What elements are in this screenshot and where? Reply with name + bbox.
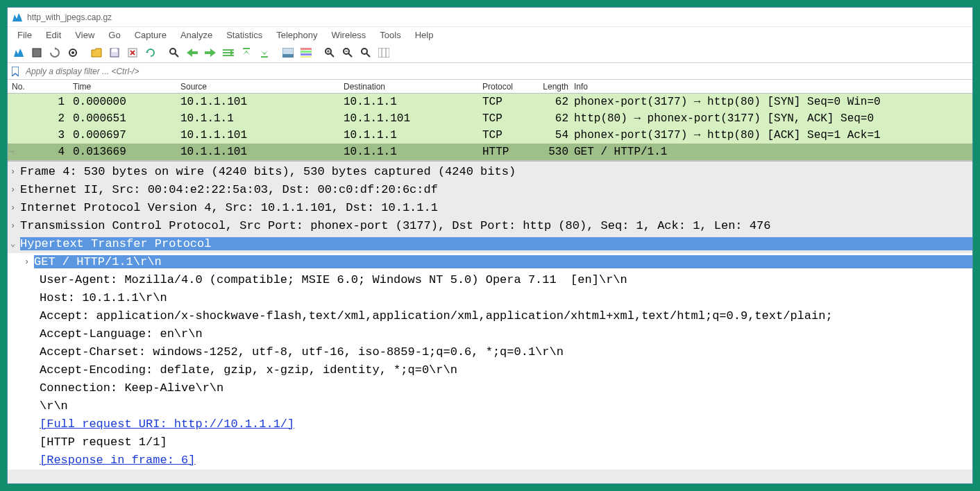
packet-details-pane: ›Frame 4: 530 bytes on wire (4240 bits),… (8, 162, 972, 483)
related-packet-marker-icon (9, 94, 24, 110)
detail-ip[interactable]: ›Internet Protocol Version 4, Src: 10.1.… (8, 199, 972, 217)
chevron-down-icon[interactable]: ⌄ (10, 235, 20, 253)
detail-http-full-uri[interactable]: [Full request URI: http://10.1.1.1/] (8, 415, 972, 433)
menu-capture[interactable]: Capture (129, 28, 172, 42)
capture-options-icon[interactable] (65, 44, 81, 61)
titlebar: http_with_jpegs.cap.gz (8, 8, 972, 27)
svg-rect-4 (112, 49, 117, 52)
menu-help[interactable]: Help (409, 28, 439, 42)
detail-http-accept-language[interactable]: Accept-Language: en\r\n (8, 325, 972, 343)
detail-http-response-frame[interactable]: [Response in frame: 6] (8, 451, 972, 470)
col-header-time[interactable]: Time (70, 82, 178, 92)
chevron-right-icon[interactable]: › (10, 181, 20, 199)
detail-http-accept[interactable]: Accept: application/x-shockwave-flash,te… (8, 307, 972, 325)
cell-destination: 10.1.1.1 (341, 146, 480, 158)
cell-source: 10.1.1.101 (178, 96, 341, 108)
menu-file[interactable]: File (12, 28, 37, 42)
cell-source: 10.1.1.101 (178, 146, 341, 158)
detail-tcp[interactable]: ›Transmission Control Protocol, Src Port… (8, 217, 972, 235)
menu-statistics[interactable]: Statistics (221, 28, 268, 42)
svg-rect-0 (33, 49, 41, 57)
zoom-reset-icon[interactable] (357, 44, 374, 61)
restart-capture-icon[interactable] (47, 44, 63, 61)
detail-ethernet[interactable]: ›Ethernet II, Src: 00:04:e2:22:5a:03, Ds… (8, 181, 972, 199)
related-packet-marker-icon (9, 110, 24, 127)
cell-length: 54 (535, 129, 571, 141)
zoom-in-icon[interactable] (321, 44, 338, 61)
svg-line-7 (175, 53, 178, 57)
save-file-icon[interactable] (106, 44, 123, 61)
detail-http-ua[interactable]: User-Agent: Mozilla/4.0 (compatible; MSI… (8, 271, 972, 289)
detail-http-crlf[interactable]: \r\n (8, 397, 972, 415)
chevron-right-icon[interactable]: › (10, 199, 20, 217)
cell-destination: 10.1.1.101 (341, 112, 480, 125)
packet-row[interactable]: 10.00000010.1.1.10110.1.1.1TCP62phonex-p… (8, 94, 972, 110)
svg-line-24 (366, 53, 370, 57)
cell-length: 530 (535, 146, 571, 158)
col-header-info[interactable]: Info (571, 82, 972, 92)
col-header-length[interactable]: Length (535, 82, 571, 92)
auto-scroll-icon[interactable] (280, 44, 296, 61)
cell-protocol: TCP (480, 96, 535, 108)
cell-time: 0.000651 (70, 112, 178, 125)
cell-protocol: HTTP (480, 146, 535, 158)
window-title: http_with_jpegs.cap.gz (27, 12, 112, 22)
svg-point-2 (71, 51, 74, 54)
cell-protocol: TCP (480, 129, 535, 141)
detail-http-accept-encoding[interactable]: Accept-Encoding: deflate, gzip, x-gzip, … (8, 361, 972, 379)
detail-http-host[interactable]: Host: 10.1.1.1\r\n (8, 289, 972, 307)
close-file-icon[interactable] (124, 44, 141, 61)
detail-http-get[interactable]: ›GET / HTTP/1.1\r\n (8, 253, 972, 271)
menu-wireless[interactable]: Wireless (326, 28, 371, 42)
menu-analyze[interactable]: Analyze (175, 28, 218, 42)
colorize-icon[interactable] (298, 44, 314, 61)
cell-info: phonex-port(3177) → http(80) [SYN] Seq=0… (571, 96, 972, 108)
col-header-source[interactable]: Source (178, 82, 341, 92)
chevron-right-icon[interactable]: › (10, 217, 20, 235)
resize-columns-icon[interactable] (375, 44, 392, 61)
stop-capture-icon[interactable] (28, 44, 45, 61)
display-filter-input[interactable] (23, 65, 970, 78)
chevron-right-icon[interactable]: › (10, 163, 20, 181)
svg-rect-25 (378, 48, 389, 58)
chevron-right-icon[interactable]: › (24, 253, 34, 271)
detail-http-request-count[interactable]: [HTTP request 1/1] (8, 433, 972, 451)
cell-destination: 10.1.1.1 (341, 96, 480, 108)
packet-row[interactable]: 20.00065110.1.1.110.1.1.101TCP62http(80)… (8, 110, 972, 127)
svg-rect-13 (301, 51, 312, 53)
menu-view[interactable]: View (69, 28, 100, 42)
cell-info: http(80) → phonex-port(3177) [SYN, ACK] … (571, 112, 972, 125)
menu-tools[interactable]: Tools (374, 28, 406, 42)
toolbar (8, 42, 972, 63)
col-header-protocol[interactable]: Protocol (480, 82, 535, 92)
menu-telephony[interactable]: Telephony (271, 28, 323, 42)
reload-file-icon[interactable] (142, 44, 159, 61)
start-capture-icon[interactable] (10, 44, 27, 61)
zoom-out-icon[interactable] (339, 44, 356, 61)
detail-frame[interactable]: ›Frame 4: 530 bytes on wire (4240 bits),… (8, 163, 972, 181)
go-forward-icon[interactable] (202, 44, 219, 61)
svg-point-6 (170, 49, 176, 54)
svg-rect-8 (243, 48, 250, 49)
detail-http[interactable]: ⌄Hypertext Transfer Protocol (8, 235, 972, 253)
go-last-icon[interactable] (256, 44, 273, 61)
open-file-icon[interactable] (88, 44, 105, 61)
cell-length: 62 (535, 112, 571, 125)
svg-rect-11 (282, 54, 294, 58)
col-header-no[interactable]: No. (8, 82, 70, 92)
wireshark-logo-icon (12, 12, 23, 23)
detail-http-accept-charset[interactable]: Accept-Charset: windows-1252, utf-8, utf… (8, 343, 972, 361)
go-back-icon[interactable] (184, 44, 201, 61)
go-to-packet-icon[interactable] (220, 44, 237, 61)
menu-edit[interactable]: Edit (40, 28, 67, 42)
menu-go[interactable]: Go (103, 28, 126, 42)
packet-row[interactable]: →40.01366910.1.1.10110.1.1.1HTTP530GET /… (8, 144, 972, 160)
detail-http-connection[interactable]: Connection: Keep-Alive\r\n (8, 379, 972, 397)
col-header-destination[interactable]: Destination (341, 82, 480, 92)
cell-info: GET / HTTP/1.1 (571, 146, 972, 158)
packet-row[interactable]: 30.00069710.1.1.10110.1.1.1TCP54phonex-p… (8, 127, 972, 144)
go-first-icon[interactable] (238, 44, 255, 61)
bookmark-icon[interactable] (10, 66, 20, 77)
related-packet-marker-icon (9, 127, 24, 144)
find-packet-icon[interactable] (166, 44, 183, 61)
